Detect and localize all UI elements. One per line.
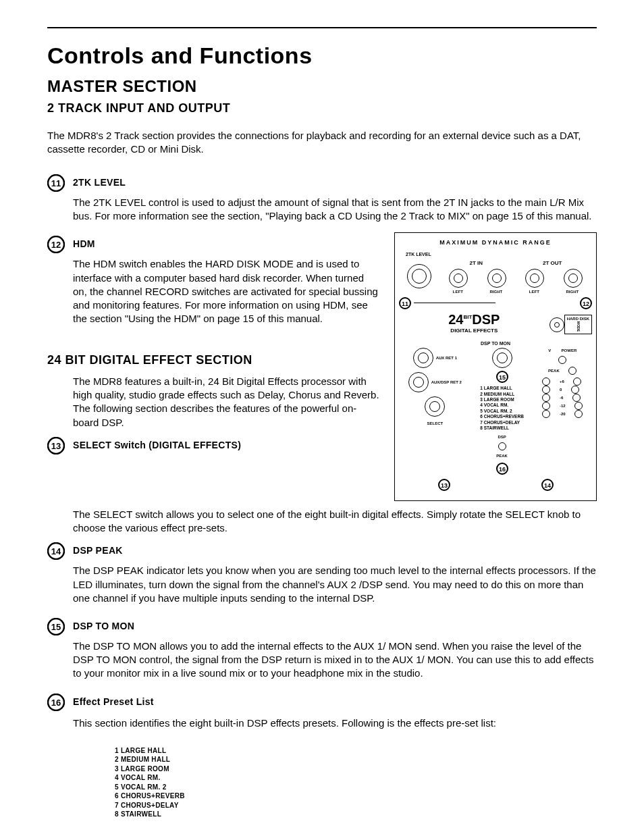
meter-row: 0 (542, 386, 583, 394)
diagram-preset-list: 1 LARGE HALL2 MEDIUM HALL3 LARGE ROOM4 V… (480, 386, 523, 432)
top-rule (47, 27, 597, 28)
meter-row: -12 (542, 402, 583, 410)
dsp-label: DSP (498, 434, 506, 440)
label-11: 2TK LEVEL (73, 176, 597, 189)
preset-item: 3 LARGE ROOM (115, 764, 597, 774)
led-icon (542, 402, 550, 410)
mini-badge-13-icon: 13 (438, 479, 450, 491)
svg-text:15: 15 (51, 622, 61, 632)
diagram-preset-item: 2 MEDIUM HALL (480, 392, 523, 397)
svg-text:11: 11 (51, 178, 61, 188)
meter-value: 0 (560, 387, 562, 392)
jack-icon (564, 269, 583, 288)
body-16: This section identifies the eight built-… (73, 716, 597, 730)
svg-text:16: 16 (499, 466, 506, 473)
meter-value: +6 (560, 379, 564, 384)
section-13: 13 SELECT Switch (DIGITAL EFFECTS) (47, 439, 381, 459)
body-14: The DSP PEAK indicator lets you know whe… (73, 564, 597, 605)
badge-12-icon: 12 (47, 236, 65, 253)
jack-icon (487, 269, 506, 288)
diagram-title: MAXIMUM DYNAMIC RANGE (399, 238, 592, 246)
diagram-left: LEFT (453, 289, 463, 294)
meter-value: -12 (560, 403, 566, 409)
diagram-preset-item: 5 VOCAL RM. 2 (480, 409, 523, 414)
preset-item: 5 VOCAL RM. 2 (115, 783, 597, 792)
svg-text:13: 13 (440, 482, 447, 489)
preset-item: 6 CHORUS+REVERB (115, 791, 597, 801)
effect-preset-list: 1 LARGE HALL2 MEDIUM HALL3 LARGE ROOM4 V… (115, 746, 597, 819)
meter-row: -6 (542, 394, 583, 402)
led-icon (571, 386, 579, 394)
two-track-heading: 2 TRACK INPUT AND OUTPUT (47, 100, 597, 116)
preset-item: 1 LARGE HALL (115, 746, 597, 756)
mini-badge-11-icon: 11 (399, 297, 411, 309)
diagram-preset-item: 4 VOCAL RM. (480, 402, 523, 408)
mini-badge-12-icon: 12 (580, 297, 592, 309)
diagram-preset-item: 8 STAIRWELL (480, 425, 523, 431)
mini-badge-15-icon: 15 (496, 371, 508, 383)
hdm-switch-icon (549, 317, 564, 332)
led-icon (542, 377, 550, 386)
svg-text:16: 16 (51, 698, 61, 708)
badge-14-icon: 14 (47, 542, 65, 560)
meter-column: V POWER PEAK +6 0 -6 -12 -20 (542, 348, 583, 418)
preset-item: 2 MEDIUM HALL (115, 755, 597, 764)
diagram-2t-in: 2T IN (469, 260, 483, 267)
svg-text:12: 12 (51, 240, 61, 250)
section-11: 11 2TK LEVEL The 2TK LEVEL control is us… (47, 176, 597, 232)
select-label: SELECT (427, 421, 443, 426)
led-icon (574, 402, 583, 410)
meter-value: -6 (560, 395, 563, 400)
section-12: 12 HDM The HDM switch enables the HARD D… (47, 238, 381, 335)
digital-intro: The MDR8 features a built-in, 24 Bit Dig… (73, 375, 381, 429)
preset-item: 4 VOCAL RM. (115, 773, 597, 783)
label-12: HDM (73, 238, 381, 251)
knob-aux2-icon (408, 372, 429, 392)
badge-13-icon: 13 (47, 437, 65, 454)
badge-11-icon: 11 (47, 174, 65, 192)
dsp-sub: DIGITAL EFFECTS (399, 328, 549, 335)
led-icon (572, 394, 581, 402)
label-16: Effect Preset List (73, 696, 597, 708)
knob-select-icon (425, 396, 445, 417)
meter-row: -20 (542, 410, 583, 418)
section-16: 16 Effect Preset List This section ident… (47, 696, 597, 739)
led-icon (542, 394, 550, 402)
mini-badge-16-icon: 16 (496, 463, 508, 475)
svg-text:12: 12 (583, 301, 589, 307)
led-icon (573, 377, 581, 386)
meter-row: +6 (542, 377, 583, 386)
preset-item: 7 CHORUS+DELAY (115, 801, 597, 810)
diagram-2tk-level: 2TK LEVEL (406, 251, 592, 257)
led-icon (542, 410, 550, 418)
jack-icon (525, 269, 544, 288)
power-label: POWER (562, 348, 577, 353)
section-14: 14 DSP PEAK The DSP PEAK indicator lets … (47, 544, 597, 615)
preset-item: 8 STAIRWELL (115, 810, 597, 819)
jack-icon (449, 269, 468, 288)
label-13: SELECT Switch (DIGITAL EFFECTS) (73, 439, 381, 452)
diagram-preset-item: 7 CHORUS+DELAY (480, 420, 523, 425)
panel-diagram: MAXIMUM DYNAMIC RANGE 2TK LEVEL 2T IN 2T… (394, 232, 597, 500)
body-11: The 2TK LEVEL control is used to adjust … (73, 196, 597, 224)
hard-disk-box: HARD DISKMODE (564, 315, 592, 334)
badge-15-icon: 15 (47, 618, 65, 635)
svg-text:13: 13 (51, 441, 61, 451)
label-14: DSP PEAK (73, 544, 597, 557)
v-label: V (548, 348, 551, 353)
svg-text:14: 14 (543, 482, 550, 489)
led-icon (542, 386, 550, 394)
meter-value: -20 (560, 411, 566, 417)
led-icon (558, 356, 566, 364)
svg-text:11: 11 (402, 301, 408, 307)
aux2-label: AUX/DSP RET 2 (431, 380, 462, 385)
knob-dsptomon-icon (492, 348, 512, 368)
digital-effect-heading: 24 BIT DIGITAL EFFECT SECTION (47, 352, 381, 368)
diagram-right: RIGHT (489, 289, 502, 294)
diagram-left: LEFT (529, 289, 539, 294)
page-title: Controls and Functions (47, 41, 597, 72)
led-dsp-peak-icon (498, 442, 506, 450)
body-12: The HDM switch enables the HARD DISK MOD… (73, 257, 381, 325)
led-icon (574, 410, 583, 418)
dsp-logo: 24BITDSP (448, 312, 500, 327)
